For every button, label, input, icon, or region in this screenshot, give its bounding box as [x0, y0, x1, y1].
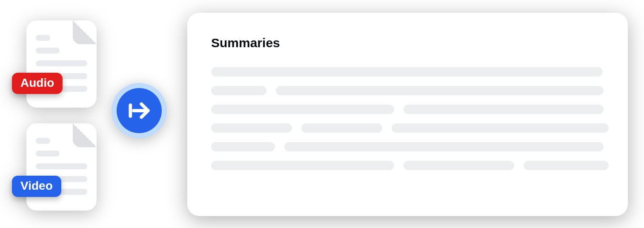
input-file-video: Video [26, 123, 97, 211]
transform-arrow [112, 83, 167, 138]
placeholder-line [404, 161, 514, 170]
badge-audio: Audio [12, 73, 63, 94]
placeholder-line [211, 67, 603, 77]
placeholder-line [211, 142, 275, 151]
placeholder-line [524, 161, 609, 170]
placeholder-line [211, 161, 394, 170]
placeholder-line [301, 123, 382, 133]
input-file-audio: Audio [26, 20, 97, 108]
placeholder-line [404, 105, 604, 114]
placeholder-line [211, 123, 292, 133]
placeholder-line [276, 86, 604, 95]
output-panel: Summaries [187, 13, 628, 216]
arrow-right-from-line-icon [117, 88, 162, 133]
panel-title: Summaries [211, 36, 604, 50]
placeholder-line [211, 86, 266, 95]
badge-video: Video [12, 176, 61, 197]
placeholder-line [392, 123, 609, 133]
placeholder-line [284, 142, 604, 151]
placeholder-line [211, 105, 394, 114]
summary-placeholder-lines [211, 67, 604, 170]
